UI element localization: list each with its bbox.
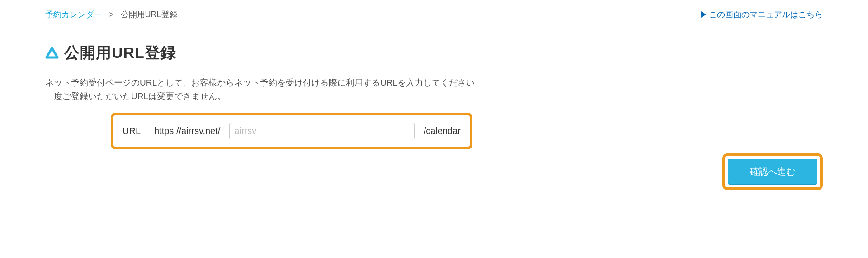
url-form-highlight: URL https://airrsv.net/ /calendar xyxy=(111,113,472,149)
url-prefix: https://airrsv.net/ xyxy=(154,126,220,136)
triangle-icon xyxy=(45,47,59,59)
breadcrumb-separator: > xyxy=(109,10,114,19)
play-icon xyxy=(701,11,706,18)
url-input[interactable] xyxy=(229,123,414,139)
description-line1: ネット予約受付ページのURLとして、お客様からネット予約を受け付ける際に利用する… xyxy=(45,76,823,90)
manual-link[interactable]: この画面のマニュアルはこちら xyxy=(701,9,823,20)
breadcrumb-current: 公開用URL登録 xyxy=(121,10,178,19)
description: ネット予約受付ページのURLとして、お客様からネット予約を受け付ける際に利用する… xyxy=(45,76,823,104)
breadcrumb-parent-link[interactable]: 予約カレンダー xyxy=(45,10,102,19)
manual-link-label: この画面のマニュアルはこちら xyxy=(709,9,823,20)
url-suffix: /calendar xyxy=(424,126,461,136)
page-title: 公開用URL登録 xyxy=(64,43,176,63)
breadcrumb: 予約カレンダー > 公開用URL登録 xyxy=(45,9,178,20)
confirm-button-highlight: 確認へ進む xyxy=(722,153,823,190)
description-line2: 一度ご登録いただいたURLは変更できません。 xyxy=(45,90,823,103)
url-label: URL xyxy=(123,126,145,136)
confirm-button[interactable]: 確認へ進む xyxy=(728,159,817,185)
